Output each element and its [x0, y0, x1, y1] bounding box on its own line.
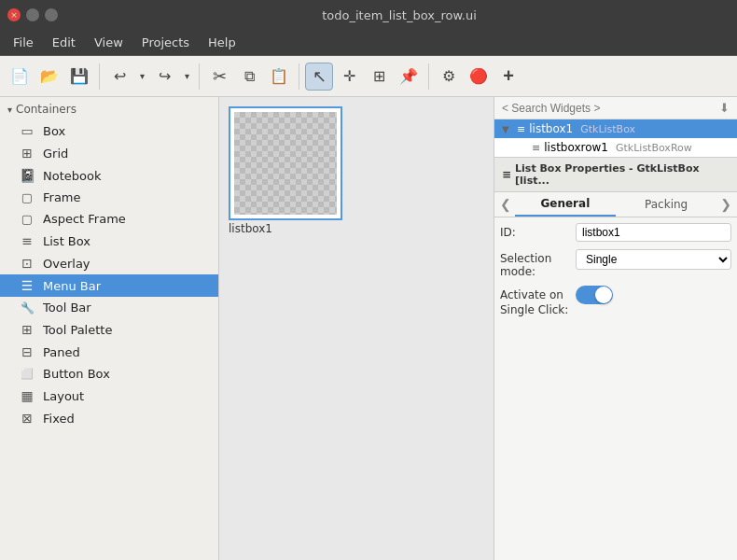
properties-tabs: ❮ General Packing ❯ — [494, 192, 737, 217]
widget-tree: ▼ ≡ listbox1 GtkListBox ≡ listboxrow1 Gt… — [494, 119, 737, 158]
widget-label: listbox1 — [229, 222, 272, 235]
prop-label-selection-mode: Selection mode: — [500, 249, 570, 278]
sidebar-item-list-box[interactable]: ≡ List Box — [0, 230, 218, 252]
close-button[interactable]: × — [7, 8, 21, 21]
toolbar-separator-3 — [299, 63, 299, 90]
search-input[interactable] — [502, 102, 719, 115]
id-field[interactable] — [576, 223, 731, 242]
listbox-icon: ≡ — [517, 123, 525, 135]
add-button[interactable]: + — [494, 63, 522, 91]
prop-value-id — [576, 223, 731, 242]
window-title: todo_item_list_box_row.ui — [69, 8, 730, 22]
toolbar-separator-4 — [428, 63, 429, 90]
redo-dropdown[interactable]: ▾ — [180, 63, 193, 91]
download-icon: ⬇ — [719, 101, 730, 115]
tab-packing[interactable]: Packing — [616, 193, 716, 216]
tool-palette-icon: ⊞ — [19, 322, 35, 337]
prop-row-selection-mode: Selection mode: Single None Browse Multi… — [500, 249, 731, 278]
sidebar-item-button-box[interactable]: ⬜ Button Box — [0, 363, 218, 385]
sidebar-item-grid[interactable]: ⊞ Grid — [0, 142, 218, 164]
window-controls: × — [7, 8, 58, 21]
search-bar: ⬇ — [494, 97, 737, 119]
prop-label-activate-click: Activate on Single Click: — [500, 286, 570, 317]
sidebar-item-aspect-frame[interactable]: ▢ Aspect Frame — [0, 208, 218, 230]
sidebar-section-containers: ▾ Containers — [0, 97, 218, 119]
grid-icon: ⊞ — [19, 146, 35, 161]
tab-next-button[interactable]: ❯ — [716, 195, 735, 214]
sidebar-item-frame[interactable]: ▢ Frame — [0, 187, 218, 208]
layout-icon: ▦ — [19, 388, 35, 403]
select-button[interactable]: ↖ — [305, 63, 333, 91]
menu-view[interactable]: View — [85, 32, 132, 53]
main-area: ▾ Containers ▭ Box ⊞ Grid 📓 Notebook ▢ F… — [0, 97, 737, 560]
sidebar-item-tool-bar[interactable]: 🔧 Tool Bar — [0, 297, 218, 318]
prop-row-activate-click: Activate on Single Click: — [500, 286, 731, 317]
button-box-icon: ⬜ — [19, 368, 35, 380]
canvas-area: listbox1 — [219, 97, 494, 560]
prop-value-activate-click — [576, 286, 731, 304]
menubar: File Edit View Projects Help — [0, 30, 737, 56]
sidebar-item-notebook[interactable]: 📓 Notebook — [0, 164, 218, 187]
sidebar-item-tool-palette[interactable]: ⊞ Tool Palette — [0, 318, 218, 341]
titlebar: × todo_item_list_box_row.ui — [0, 0, 737, 30]
sidebar-item-overlay[interactable]: ⊡ Overlay — [0, 252, 218, 274]
copy-button[interactable]: ⧉ — [235, 63, 263, 91]
align-button[interactable]: ⊞ — [365, 63, 393, 91]
frame-icon: ▢ — [19, 190, 35, 204]
right-panel: ⬇ ▼ ≡ listbox1 GtkListBox ≡ listboxrow1 … — [494, 97, 737, 560]
menu-help[interactable]: Help — [199, 32, 245, 53]
undo-button[interactable]: ↩ — [105, 63, 133, 91]
widget-button[interactable]: ⚙ — [435, 63, 463, 91]
listboxrow-icon: ≡ — [532, 142, 540, 154]
menu-file[interactable]: File — [4, 32, 43, 53]
aspect-frame-icon: ▢ — [19, 212, 35, 226]
redo-button[interactable]: ↪ — [150, 63, 178, 91]
maximize-button[interactable] — [45, 8, 58, 21]
tree-item-listbox1[interactable]: ▼ ≡ listbox1 GtkListBox — [494, 119, 737, 138]
sidebar-item-paned[interactable]: ⊟ Paned — [0, 341, 218, 363]
minimize-button[interactable] — [26, 8, 39, 21]
tab-prev-button[interactable]: ❮ — [496, 195, 515, 214]
sidebar-item-fixed[interactable]: ⊠ Fixed — [0, 407, 218, 429]
props-content: ID: Selection mode: Single None Browse M… — [494, 217, 737, 330]
tree-expand-icon: ▼ — [502, 124, 513, 134]
overlay-icon: ⊡ — [19, 256, 35, 271]
activate-on-single-click-toggle[interactable] — [576, 286, 613, 304]
props-header-icon: ≡ — [502, 168, 511, 181]
move-button[interactable]: ✛ — [335, 63, 363, 91]
selection-mode-field[interactable]: Single None Browse Multiple — [576, 249, 731, 270]
debug-button[interactable]: 🔴 — [465, 63, 493, 91]
new-button[interactable]: 📄 — [6, 63, 34, 91]
prop-value-selection-mode: Single None Browse Multiple — [576, 249, 731, 270]
canvas-widget[interactable] — [229, 106, 342, 220]
box-icon: ▭ — [19, 123, 35, 138]
save-button[interactable]: 💾 — [65, 63, 93, 91]
sidebar-item-layout[interactable]: ▦ Layout — [0, 385, 218, 407]
widget-preview — [234, 112, 337, 215]
toolbar-separator-2 — [199, 63, 200, 90]
toolbar: 📄 📂 💾 ↩ ▾ ↪ ▾ ✂ ⧉ 📋 ↖ ✛ ⊞ 📌 ⚙ 🔴 + — [0, 56, 737, 97]
properties-header: ≡ List Box Properties - GtkListBox [list… — [494, 158, 737, 192]
tree-item-listboxrow1[interactable]: ≡ listboxrow1 GtkListBoxRow — [494, 138, 737, 157]
cut-button[interactable]: ✂ — [205, 63, 233, 91]
properties-panel: ID: Selection mode: Single None Browse M… — [494, 217, 737, 560]
open-button[interactable]: 📂 — [35, 63, 63, 91]
paned-icon: ⊟ — [19, 344, 35, 359]
pin-button[interactable]: 📌 — [395, 63, 423, 91]
undo-dropdown[interactable]: ▾ — [135, 63, 148, 91]
menu-projects[interactable]: Projects — [132, 32, 199, 53]
tab-general[interactable]: General — [515, 192, 616, 217]
prop-row-id: ID: — [500, 223, 731, 242]
sidebar: ▾ Containers ▭ Box ⊞ Grid 📓 Notebook ▢ F… — [0, 97, 219, 560]
list-box-icon: ≡ — [19, 233, 35, 248]
menu-bar-icon: ☰ — [19, 278, 35, 293]
paste-button[interactable]: 📋 — [265, 63, 293, 91]
prop-label-id: ID: — [500, 223, 570, 239]
tool-bar-icon: 🔧 — [19, 301, 35, 315]
toggle-knob — [595, 287, 612, 303]
sidebar-item-menu-bar[interactable]: ☰ Menu Bar — [0, 274, 218, 297]
props-header-title: List Box Properties - GtkListBox [list..… — [515, 162, 730, 187]
menu-edit[interactable]: Edit — [43, 32, 85, 53]
sidebar-item-box[interactable]: ▭ Box — [0, 119, 218, 142]
notebook-icon: 📓 — [19, 168, 35, 183]
